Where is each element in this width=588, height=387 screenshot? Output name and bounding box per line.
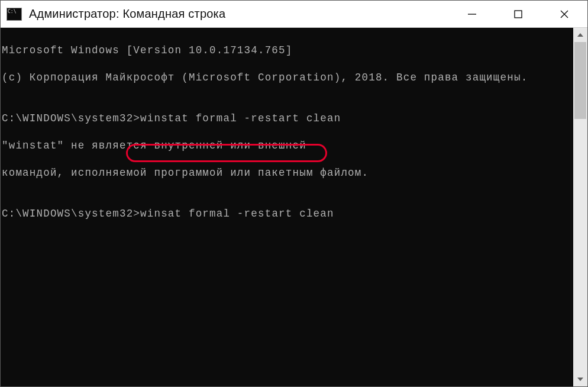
- close-icon: [559, 9, 570, 20]
- chevron-up-icon: [577, 33, 583, 37]
- copyright-line: (c) Корпорация Майкрософт (Microsoft Cor…: [2, 71, 573, 85]
- maximize-icon: [513, 9, 523, 19]
- scroll-up-button[interactable]: [573, 28, 587, 42]
- window-title: Администратор: Командная строка: [29, 7, 449, 21]
- scroll-down-button[interactable]: [573, 372, 587, 386]
- prompt-command-2: winsat formal -restart clean: [140, 208, 334, 220]
- window-controls: [449, 1, 587, 27]
- prompt-path: C:\WINDOWS\system32>: [2, 208, 140, 220]
- scroll-track[interactable]: [573, 42, 587, 372]
- prompt-command-1: winstat formal -restart clean: [140, 112, 341, 124]
- version-line: Microsoft Windows [Version 10.0.17134.76…: [2, 44, 573, 57]
- error-line-2: командой, исполняемой программой или пак…: [2, 166, 573, 180]
- prompt-line-1: C:\WINDOWS\system32>winstat formal -rest…: [2, 112, 573, 125]
- cmd-icon: [7, 8, 22, 21]
- error-line-1: "winstat" не является внутренней или вне…: [2, 139, 573, 153]
- prompt-path: C:\WINDOWS\system32>: [2, 112, 140, 124]
- cmd-window: Администратор: Командная строка Micros: [0, 0, 588, 387]
- svg-rect-1: [515, 11, 522, 18]
- maximize-button[interactable]: [495, 1, 541, 27]
- scroll-thumb[interactable]: [574, 42, 586, 119]
- titlebar[interactable]: Администратор: Командная строка: [1, 1, 587, 28]
- minimize-button[interactable]: [449, 1, 495, 27]
- close-button[interactable]: [541, 1, 587, 27]
- minimize-icon: [467, 9, 477, 20]
- prompt-line-2: C:\WINDOWS\system32>winsat formal -resta…: [2, 207, 573, 221]
- console-output[interactable]: Microsoft Windows [Version 10.0.17134.76…: [1, 28, 573, 386]
- chevron-down-icon: [577, 378, 583, 381]
- console-area: Microsoft Windows [Version 10.0.17134.76…: [1, 28, 587, 386]
- vertical-scrollbar[interactable]: [573, 28, 587, 386]
